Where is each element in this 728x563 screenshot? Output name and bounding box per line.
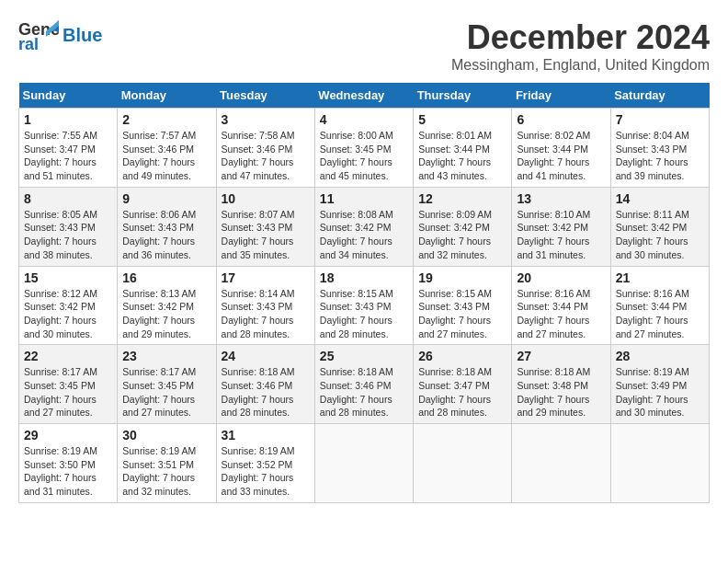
- week-row-5: 29 Sunrise: 8:19 AMSunset: 3:50 PMDaylig…: [19, 424, 710, 503]
- day-info: Sunrise: 8:11 AMSunset: 3:42 PMDaylight:…: [616, 208, 704, 262]
- day-info: Sunrise: 8:07 AMSunset: 3:43 PMDaylight:…: [222, 208, 310, 262]
- calendar-cell: 7 Sunrise: 8:04 AMSunset: 3:43 PMDayligh…: [610, 109, 709, 188]
- day-number: 14: [616, 191, 704, 206]
- calendar-cell: 13 Sunrise: 8:10 AMSunset: 3:42 PMDaylig…: [512, 187, 610, 266]
- day-number: 12: [418, 191, 506, 206]
- day-header-sunday: Sunday: [19, 83, 118, 109]
- day-header-wednesday: Wednesday: [314, 83, 413, 109]
- day-number: 17: [222, 270, 310, 285]
- day-number: 22: [24, 349, 112, 363]
- day-number: 3: [222, 112, 310, 127]
- page-header: Gene ral Blue December 2024 Messingham, …: [18, 18, 710, 74]
- calendar-cell: 29 Sunrise: 8:19 AMSunset: 3:50 PMDaylig…: [19, 424, 118, 503]
- day-number: 26: [418, 349, 506, 363]
- day-info: Sunrise: 8:18 AMSunset: 3:46 PMDaylight:…: [222, 365, 310, 419]
- calendar-cell: 19 Sunrise: 8:15 AMSunset: 3:43 PMDaylig…: [414, 266, 512, 345]
- day-info: Sunrise: 8:19 AMSunset: 3:50 PMDaylight:…: [24, 444, 112, 499]
- day-info: Sunrise: 7:55 AMSunset: 3:47 PMDaylight:…: [24, 129, 112, 183]
- calendar-cell: 27 Sunrise: 8:18 AMSunset: 3:48 PMDaylig…: [512, 345, 610, 424]
- day-number: 29: [24, 428, 112, 442]
- day-number: 20: [517, 270, 605, 285]
- calendar-cell: 11 Sunrise: 8:08 AMSunset: 3:42 PMDaylig…: [314, 187, 413, 266]
- calendar-cell: [512, 424, 610, 503]
- day-number: 7: [616, 112, 704, 127]
- calendar-cell: 26 Sunrise: 8:18 AMSunset: 3:47 PMDaylig…: [414, 345, 512, 424]
- day-number: 2: [122, 112, 210, 127]
- calendar-cell: 30 Sunrise: 8:19 AMSunset: 3:51 PMDaylig…: [118, 424, 216, 503]
- calendar-cell: [414, 424, 512, 503]
- week-row-3: 15 Sunrise: 8:12 AMSunset: 3:42 PMDaylig…: [19, 266, 710, 345]
- day-number: 10: [222, 191, 310, 206]
- calendar-table: SundayMondayTuesdayWednesdayThursdayFrid…: [18, 83, 710, 503]
- day-header-thursday: Thursday: [414, 83, 512, 109]
- calendar-cell: [610, 424, 709, 503]
- week-row-4: 22 Sunrise: 8:17 AMSunset: 3:45 PMDaylig…: [19, 345, 710, 424]
- day-header-saturday: Saturday: [610, 83, 709, 109]
- svg-text:ral: ral: [18, 35, 39, 52]
- day-header-monday: Monday: [118, 83, 216, 109]
- day-info: Sunrise: 8:18 AMSunset: 3:47 PMDaylight:…: [418, 365, 506, 419]
- title-area: December 2024 Messingham, England, Unite…: [451, 18, 710, 74]
- calendar-cell: 14 Sunrise: 8:11 AMSunset: 3:42 PMDaylig…: [610, 187, 709, 266]
- day-info: Sunrise: 8:19 AMSunset: 3:51 PMDaylight:…: [122, 444, 210, 499]
- calendar-cell: 17 Sunrise: 8:14 AMSunset: 3:43 PMDaylig…: [216, 266, 314, 345]
- logo-icon: Gene ral: [18, 18, 59, 52]
- calendar-cell: 12 Sunrise: 8:09 AMSunset: 3:42 PMDaylig…: [414, 187, 512, 266]
- day-number: 1: [24, 112, 112, 127]
- day-info: Sunrise: 8:13 AMSunset: 3:42 PMDaylight:…: [122, 287, 210, 341]
- day-info: Sunrise: 8:12 AMSunset: 3:42 PMDaylight:…: [24, 287, 112, 341]
- day-number: 27: [517, 349, 605, 363]
- calendar-cell: 24 Sunrise: 8:18 AMSunset: 3:46 PMDaylig…: [216, 345, 314, 424]
- day-info: Sunrise: 8:14 AMSunset: 3:43 PMDaylight:…: [222, 287, 310, 341]
- day-number: 13: [517, 191, 605, 206]
- calendar-cell: 18 Sunrise: 8:15 AMSunset: 3:43 PMDaylig…: [314, 266, 413, 345]
- calendar-cell: 10 Sunrise: 8:07 AMSunset: 3:43 PMDaylig…: [216, 187, 314, 266]
- day-info: Sunrise: 8:09 AMSunset: 3:42 PMDaylight:…: [418, 208, 506, 262]
- day-info: Sunrise: 8:02 AMSunset: 3:44 PMDaylight:…: [517, 129, 605, 183]
- day-number: 18: [320, 270, 408, 285]
- month-title: December 2024: [451, 18, 710, 57]
- calendar-cell: 5 Sunrise: 8:01 AMSunset: 3:44 PMDayligh…: [414, 109, 512, 188]
- calendar-cell: 25 Sunrise: 8:18 AMSunset: 3:46 PMDaylig…: [314, 345, 413, 424]
- day-info: Sunrise: 8:15 AMSunset: 3:43 PMDaylight:…: [418, 287, 506, 341]
- logo-blue-text: Blue: [63, 25, 102, 46]
- calendar-cell: 28 Sunrise: 8:19 AMSunset: 3:49 PMDaylig…: [610, 345, 709, 424]
- day-info: Sunrise: 8:04 AMSunset: 3:43 PMDaylight:…: [616, 129, 704, 183]
- calendar-cell: 22 Sunrise: 8:17 AMSunset: 3:45 PMDaylig…: [19, 345, 118, 424]
- day-number: 6: [517, 112, 605, 127]
- day-info: Sunrise: 8:19 AMSunset: 3:52 PMDaylight:…: [222, 444, 310, 499]
- day-number: 21: [616, 270, 704, 285]
- calendar-cell: 15 Sunrise: 8:12 AMSunset: 3:42 PMDaylig…: [19, 266, 118, 345]
- day-number: 4: [320, 112, 408, 127]
- day-header-tuesday: Tuesday: [216, 83, 314, 109]
- calendar-cell: 6 Sunrise: 8:02 AMSunset: 3:44 PMDayligh…: [512, 109, 610, 188]
- day-number: 8: [24, 191, 112, 206]
- calendar-cell: 9 Sunrise: 8:06 AMSunset: 3:43 PMDayligh…: [118, 187, 216, 266]
- day-number: 5: [418, 112, 506, 127]
- logo: Gene ral Blue: [18, 18, 102, 52]
- day-info: Sunrise: 8:06 AMSunset: 3:43 PMDaylight:…: [122, 208, 210, 262]
- day-number: 24: [222, 349, 310, 363]
- calendar-cell: 31 Sunrise: 8:19 AMSunset: 3:52 PMDaylig…: [216, 424, 314, 503]
- week-row-1: 1 Sunrise: 7:55 AMSunset: 3:47 PMDayligh…: [19, 109, 710, 188]
- day-info: Sunrise: 7:58 AMSunset: 3:46 PMDaylight:…: [222, 129, 310, 183]
- day-number: 11: [320, 191, 408, 206]
- day-number: 9: [122, 191, 210, 206]
- day-info: Sunrise: 8:15 AMSunset: 3:43 PMDaylight:…: [320, 287, 408, 341]
- days-header-row: SundayMondayTuesdayWednesdayThursdayFrid…: [19, 83, 710, 109]
- calendar-cell: 16 Sunrise: 8:13 AMSunset: 3:42 PMDaylig…: [118, 266, 216, 345]
- day-info: Sunrise: 8:18 AMSunset: 3:46 PMDaylight:…: [320, 365, 408, 419]
- day-number: 30: [122, 428, 210, 442]
- day-info: Sunrise: 8:16 AMSunset: 3:44 PMDaylight:…: [517, 287, 605, 341]
- day-info: Sunrise: 8:17 AMSunset: 3:45 PMDaylight:…: [24, 365, 112, 419]
- week-row-2: 8 Sunrise: 8:05 AMSunset: 3:43 PMDayligh…: [19, 187, 710, 266]
- day-number: 28: [616, 349, 704, 363]
- calendar-cell: 21 Sunrise: 8:16 AMSunset: 3:44 PMDaylig…: [610, 266, 709, 345]
- day-info: Sunrise: 8:17 AMSunset: 3:45 PMDaylight:…: [122, 365, 210, 419]
- day-header-friday: Friday: [512, 83, 610, 109]
- calendar-cell: 2 Sunrise: 7:57 AMSunset: 3:46 PMDayligh…: [118, 109, 216, 188]
- day-info: Sunrise: 7:57 AMSunset: 3:46 PMDaylight:…: [122, 129, 210, 183]
- day-number: 16: [122, 270, 210, 285]
- day-info: Sunrise: 8:08 AMSunset: 3:42 PMDaylight:…: [320, 208, 408, 262]
- day-info: Sunrise: 8:00 AMSunset: 3:45 PMDaylight:…: [320, 129, 408, 183]
